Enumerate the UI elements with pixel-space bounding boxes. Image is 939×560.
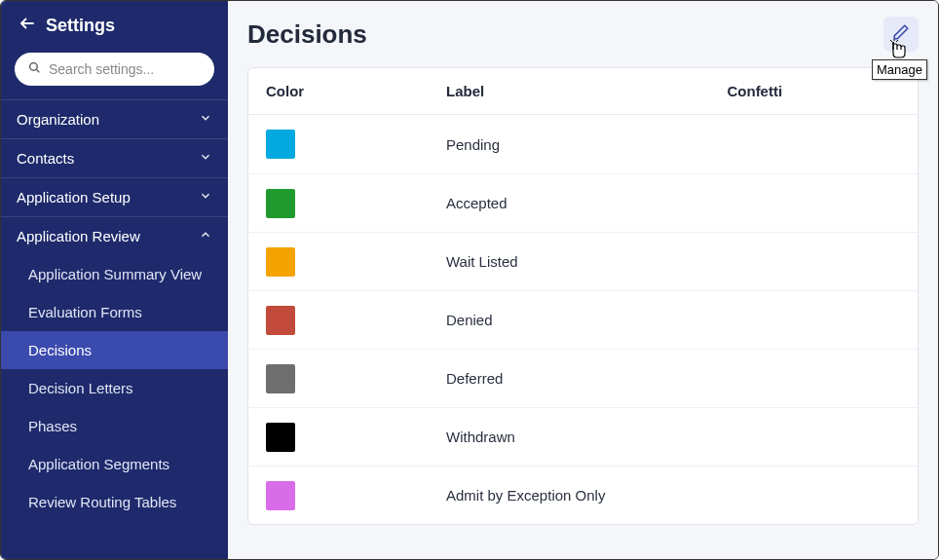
nav-group-label: Organization [17,111,99,128]
search-container[interactable] [15,53,214,86]
main: Decisions Color Label Confetti PendingAc… [228,1,938,559]
chevron-down-icon [199,189,212,205]
nav-group-label: Contacts [17,150,74,167]
sidebar-item-label: Phases [28,418,77,434]
nav-group-application-setup[interactable]: Application Setup [1,177,228,216]
cell-color [266,481,446,510]
cell-label: Deferred [446,370,727,387]
sidebar-item-decision-letters[interactable]: Decision Letters [1,369,228,407]
manage-button[interactable] [883,17,919,52]
cell-label: Withdrawn [446,429,727,445]
nav-group-application-review[interactable]: Application Review [1,216,228,255]
search-icon [28,60,41,78]
color-swatch [266,130,295,159]
sidebar: Settings Organization Contacts [1,1,228,559]
chevron-down-icon [199,111,212,128]
color-swatch [266,306,295,335]
sidebar-item-application-summary-view[interactable]: Application Summary View [1,255,228,293]
search-input[interactable] [49,61,219,77]
chevron-down-icon [199,150,212,167]
table-row[interactable]: Accepted [248,173,918,232]
sidebar-item-label: Decisions [28,342,92,358]
pencil-icon [892,23,910,45]
sidebar-item-label: Application Summary View [28,266,202,282]
sidebar-title: Settings [46,16,115,36]
color-swatch [266,481,295,510]
cell-label: Accepted [446,195,727,211]
sidebar-item-label: Review Routing Tables [28,494,176,510]
col-header-confetti: Confetti [727,83,900,99]
color-swatch [266,189,295,218]
cell-color [266,364,446,393]
sidebar-item-label: Evaluation Forms [28,304,142,320]
cell-label: Wait Listed [446,253,727,270]
table-row[interactable]: Pending [248,115,918,173]
col-header-label: Label [446,83,727,99]
decisions-table: Color Label Confetti PendingAcceptedWait… [247,67,919,525]
color-swatch [266,423,295,452]
svg-point-1 [30,63,38,71]
cell-color [266,423,446,452]
tooltip-manage: Manage [872,59,927,80]
table-row[interactable]: Deferred [248,349,918,407]
sidebar-item-label: Decision Letters [28,380,133,396]
sidebar-item-review-routing-tables[interactable]: Review Routing Tables [1,483,228,521]
nav-group-label: Application Setup [17,189,131,205]
table-header: Color Label Confetti [248,68,918,115]
nav: Organization Contacts Application Setup … [1,99,228,559]
sidebar-item-decisions[interactable]: Decisions [1,331,228,369]
chevron-up-icon [199,228,212,244]
table-row[interactable]: Withdrawn [248,407,918,466]
col-header-color: Color [266,83,446,99]
sidebar-item-evaluation-forms[interactable]: Evaluation Forms [1,293,228,331]
color-swatch [266,247,295,277]
sidebar-item-label: Application Segments [28,456,169,472]
cell-label: Denied [446,312,727,328]
cell-color [266,189,446,218]
cell-color [266,130,446,159]
main-header: Decisions [228,1,938,59]
table-row[interactable]: Admit by Exception Only [248,466,918,524]
page-title: Decisions [247,19,367,50]
table-row[interactable]: Wait Listed [248,232,918,290]
color-swatch [266,364,295,393]
cell-label: Pending [446,136,727,153]
cell-color [266,247,446,277]
cell-label: Admit by Exception Only [446,487,727,504]
sidebar-header: Settings [1,1,228,47]
cell-color [266,306,446,335]
back-icon[interactable] [19,15,36,37]
sidebar-item-application-segments[interactable]: Application Segments [1,445,228,483]
svg-line-2 [36,69,39,72]
nav-group-organization[interactable]: Organization [1,99,228,138]
nav-group-contacts[interactable]: Contacts [1,138,228,177]
sidebar-item-phases[interactable]: Phases [1,407,228,445]
table-row[interactable]: Denied [248,290,918,349]
nav-group-label: Application Review [17,228,140,244]
